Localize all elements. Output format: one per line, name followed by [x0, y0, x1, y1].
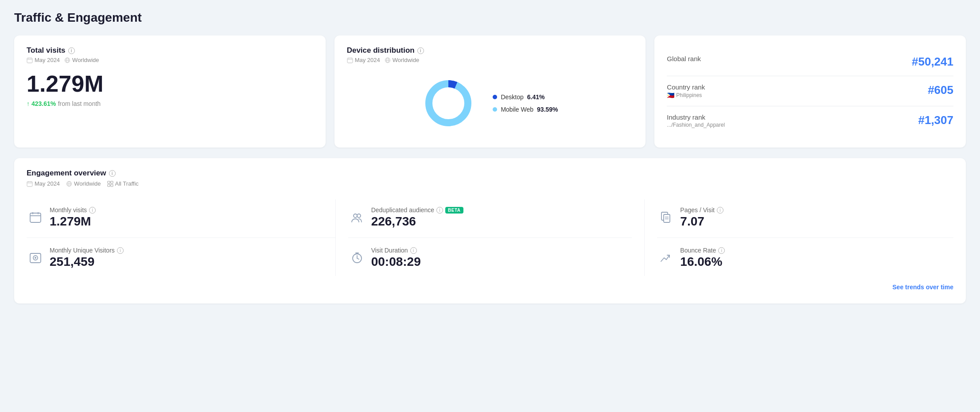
rank-card: Global rank #50,241 Country rank 🇵🇭 Phil… — [654, 35, 966, 148]
monthly-unique-visitors-value: 251,459 — [50, 255, 335, 269]
visit-duration-metric: Visit Duration i 00:08:29 — [348, 238, 632, 276]
col3: Pages / Visit i 7.07 Bounce Rate i 16.06… — [645, 199, 953, 276]
page-title: Traffic & Engagement — [14, 11, 966, 25]
svg-rect-41 — [664, 214, 670, 222]
svg-line-38 — [357, 258, 359, 259]
monthly-unique-visitors-info[interactable]: i — [117, 247, 124, 254]
device-dist-subtitle: May 2024 Worldwide — [347, 57, 634, 63]
pages-icon — [657, 209, 675, 226]
see-trends-link[interactable]: See trends over time — [892, 284, 953, 291]
visit-duration-info[interactable]: i — [410, 247, 417, 254]
mobile-legend-item: Mobile Web 93.59% — [493, 106, 558, 113]
engagement-traffic: All Traffic — [107, 180, 139, 187]
engagement-date: May 2024 — [27, 180, 60, 187]
monthly-visits-value: 1.279M — [50, 214, 335, 229]
donut-chart — [422, 77, 475, 130]
total-visits-subtitle: May 2024 Worldwide — [27, 57, 313, 63]
dedup-audience-value: 226,736 — [371, 214, 632, 229]
total-visits-title: Total visits i — [27, 46, 313, 55]
engagement-subtitle: May 2024 Worldwide All Traffic — [27, 180, 953, 187]
engagement-section: Engagement overview i May 2024 Worldwide… — [14, 158, 966, 303]
country-rank-label: Country rank — [667, 83, 705, 91]
device-legend: Desktop 6.41% Mobile Web 93.59% — [493, 93, 558, 113]
col2: Deduplicated audience i BETA 226,736 Vis… — [336, 199, 645, 276]
see-trends[interactable]: See trends over time — [27, 283, 953, 291]
visitors-icon — [27, 249, 44, 267]
svg-rect-23 — [108, 181, 110, 183]
bounce-icon — [657, 249, 675, 267]
bounce-rate-metric: Bounce Rate i 16.06% — [657, 238, 953, 276]
col1: Monthly visits i 1.279M Monthly Unique V… — [27, 199, 335, 276]
monthly-visits-metric: Monthly visits i 1.279M — [27, 199, 335, 238]
monthly-unique-visitors-metric: Monthly Unique Visitors i 251,459 — [27, 238, 335, 276]
svg-point-33 — [35, 257, 36, 259]
device-dist-info-icon[interactable]: i — [417, 47, 424, 54]
pages-visit-info[interactable]: i — [717, 207, 723, 214]
pages-visit-value: 7.07 — [680, 214, 953, 229]
industry-rank-value: #1,307 — [918, 113, 953, 127]
svg-rect-0 — [27, 58, 32, 63]
svg-rect-27 — [30, 213, 41, 222]
bounce-rate-info[interactable]: i — [718, 247, 725, 254]
total-visits-region: Worldwide — [64, 57, 99, 63]
monthly-visits-info[interactable]: i — [89, 207, 96, 214]
global-rank-value: #50,241 — [912, 55, 953, 69]
visit-duration-value: 00:08:29 — [371, 255, 632, 269]
pages-visit-metric: Pages / Visit i 7.07 — [657, 199, 953, 238]
total-visits-card: Total visits i May 2024 Worldwide 1.279M… — [14, 35, 326, 148]
monthly-visits-text: Monthly visits i 1.279M — [50, 206, 335, 229]
audience-icon — [348, 209, 366, 226]
metrics-grid: Monthly visits i 1.279M Monthly Unique V… — [27, 199, 953, 276]
dedup-audience-text: Deduplicated audience i BETA 226,736 — [371, 206, 632, 229]
device-distribution-card: Device distribution i May 2024 Worldwide — [334, 35, 646, 148]
engagement-info-icon[interactable]: i — [109, 170, 116, 177]
svg-rect-16 — [27, 182, 32, 187]
bounce-rate-text: Bounce Rate i 16.06% — [680, 247, 953, 269]
industry-rank-row: Industry rank .../Fashion_and_Apparel #1… — [667, 106, 953, 135]
engagement-title: Engagement overview i — [27, 169, 953, 178]
engagement-header: Engagement overview i — [27, 169, 953, 178]
monthly-unique-visitors-text: Monthly Unique Visitors i 251,459 — [50, 247, 335, 269]
dedup-audience-metric: Deduplicated audience i BETA 226,736 — [348, 199, 632, 238]
device-dist-inner: Desktop 6.41% Mobile Web 93.59% — [347, 72, 634, 130]
top-row: Total visits i May 2024 Worldwide 1.279M… — [14, 35, 966, 148]
device-dist-title: Device distribution i — [347, 46, 634, 55]
device-dist-date: May 2024 — [347, 57, 380, 63]
svg-rect-25 — [108, 184, 110, 187]
country-rank-sub: 🇵🇭 Philippines — [667, 92, 705, 99]
industry-rank-sub: .../Fashion_and_Apparel — [667, 122, 725, 128]
global-rank-label: Global rank — [667, 55, 701, 62]
industry-rank-label: Industry rank — [667, 113, 725, 121]
global-rank-row: Global rank #50,241 — [667, 48, 953, 76]
total-visits-info-icon[interactable]: i — [68, 47, 75, 54]
clock-icon — [348, 249, 366, 267]
svg-rect-7 — [347, 58, 353, 63]
svg-point-14 — [429, 84, 468, 123]
svg-point-34 — [354, 214, 357, 218]
country-rank-row: Country rank 🇵🇭 Philippines #605 — [667, 76, 953, 106]
device-dist-region: Worldwide — [385, 57, 419, 63]
bounce-rate-value: 16.06% — [680, 255, 953, 269]
calendar-icon — [27, 209, 44, 226]
total-visits-value: 1.279M — [27, 72, 313, 95]
pages-visit-text: Pages / Visit i 7.07 — [680, 206, 953, 229]
mobile-dot — [493, 107, 497, 112]
total-visits-change: ↑ 423.61% from last month — [27, 100, 313, 108]
svg-point-35 — [357, 214, 361, 218]
engagement-region: Worldwide — [66, 180, 101, 187]
total-visits-date: May 2024 — [27, 57, 60, 63]
beta-badge: BETA — [445, 207, 463, 214]
country-rank-value: #605 — [928, 83, 953, 97]
desktop-legend-item: Desktop 6.41% — [493, 93, 558, 101]
visit-duration-text: Visit Duration i 00:08:29 — [371, 247, 632, 269]
svg-rect-26 — [111, 184, 113, 187]
svg-rect-24 — [111, 181, 113, 183]
desktop-dot — [493, 95, 497, 99]
dedup-audience-info[interactable]: i — [436, 207, 443, 214]
